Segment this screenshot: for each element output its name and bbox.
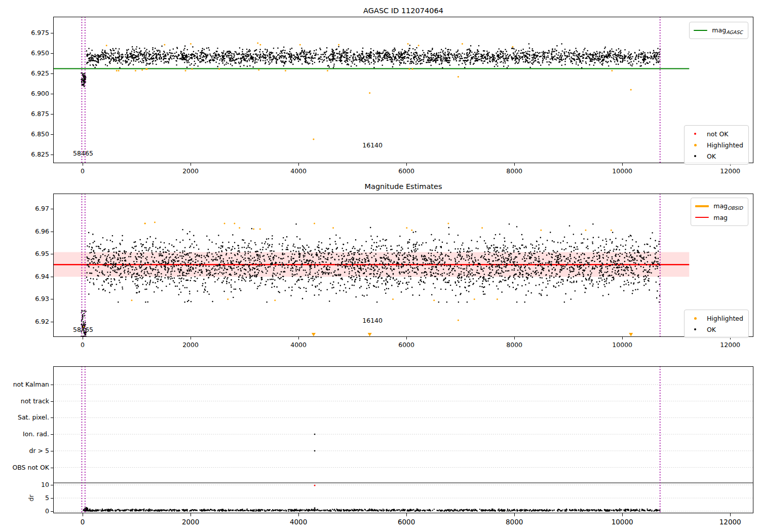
legend-item-label: OK [707,153,716,160]
legend-label-text: Highlighted [707,141,743,149]
x-tick-label: 6000 [398,518,415,526]
legend-label-text: not OK [707,130,728,138]
x-tick [298,163,299,166]
category-tick [51,451,53,451]
dr-tick-label: 10 [41,481,49,488]
x-tick [83,337,83,339]
obsid-annotation: 16140 [362,141,383,149]
y-tick-label: 6.93 [35,295,49,302]
dr-baseline-points [83,508,660,511]
x-tick [730,513,731,516]
x-tick [622,163,623,166]
x-tick-label: 8000 [506,341,522,349]
x-tick [298,513,299,516]
legend-swatch [694,30,707,31]
category-label: not track [21,397,49,405]
legend-label-text: OK [707,326,716,333]
legend-item: OK [689,324,743,335]
y-tick [51,299,53,299]
x-tick-label: 2000 [182,167,199,175]
x-tick [191,163,191,166]
category-label: Ion. rad. [23,430,49,438]
category-tick [51,401,53,402]
y-tick [51,322,53,322]
x-tick [622,337,623,339]
legend-item: mag [695,212,743,223]
figure: AGASC ID 112074064 Magnitude Estimates 0… [0,0,760,532]
legend: magOBSIDmag [691,198,748,226]
y-tick [51,73,53,74]
legend-item-label: magOBSID [713,202,743,211]
x-tick-label: 12000 [720,167,740,175]
y-tick [51,134,53,135]
legend-label-subscript: AGASC [726,29,743,35]
legend-item: not OK [689,128,743,139]
middle-plot-area [53,194,753,337]
plot-frame [54,17,753,163]
legend: magAGASC [689,22,748,39]
legend-label-text: mag [713,202,728,210]
dr-tick-label: 5 [45,494,49,502]
x-tick [514,513,515,516]
x-tick [622,513,623,516]
x-tick-label: 6000 [398,341,414,349]
y-tick-label: 6.825 [31,150,49,158]
legend-item-label: not OK [707,130,728,138]
y-tick-label: 6.950 [31,49,49,57]
x-tick-label: 2000 [182,341,199,349]
legend-item-label: OK [707,326,716,333]
x-tick-label: 4000 [290,341,307,349]
obsid-annotation: 58465 [73,149,93,157]
below-range-clip-marker [368,333,372,336]
top-plot-area [53,17,753,163]
chart-plot-area [53,366,753,513]
y-tick-label: 6.875 [31,110,49,118]
x-tick [406,337,407,339]
x-tick [191,337,191,339]
dr-tick-label: 0 [45,507,49,515]
y-tick-label: 6.95 [35,250,49,257]
legend-label-text: mag [713,214,728,221]
y-tick-label: 6.850 [31,130,49,138]
y-tick-label: 6.94 [35,273,49,280]
category-label: Sat. pixel. [18,413,49,421]
category-label: OBS not OK [12,464,49,471]
legend-swatch [689,155,702,157]
dr-axis-label: dr [27,495,35,501]
legend-label-subscript: OBSID [728,205,743,211]
category-tick [51,468,53,468]
category-tick [51,385,53,385]
legend-item: magAGASC [694,25,743,36]
y-tick [51,53,53,54]
not-ok-legend-dot [694,133,696,135]
x-tick [83,513,83,516]
y-tick [51,94,53,94]
category-label: not Kalman [13,381,49,388]
top-chart-title: AGASC ID 112074064 [53,7,753,15]
legend-swatch [689,133,702,135]
mag-agasc-legend-line [694,30,707,31]
legend-item: OK [689,150,743,162]
below-range-clip-marker [629,333,633,336]
x-tick-label: 2000 [182,518,199,526]
y-tick [51,232,53,232]
y-tick-label: 6.97 [35,205,49,212]
category-tick [51,417,53,418]
x-tick-label: 10000 [612,341,632,349]
x-tick [83,163,83,166]
legend-item: Highlighted [689,139,743,150]
highlighted-legend-dot [694,144,697,146]
y-tick [51,254,53,254]
obsid-annotation: 16140 [362,317,383,324]
highlighted-legend-dot [694,317,697,320]
plot-frame [54,367,753,513]
y-tick [51,277,53,277]
legend-item: Highlighted [689,313,743,324]
x-tick-label: 4000 [290,518,307,526]
legend-item-label: Highlighted [707,141,743,149]
ok-legend-dot [694,328,696,330]
y-tick [51,209,53,209]
dr-tick [51,485,53,485]
x-tick-label: 10000 [612,167,632,175]
legend-swatch [695,205,709,207]
